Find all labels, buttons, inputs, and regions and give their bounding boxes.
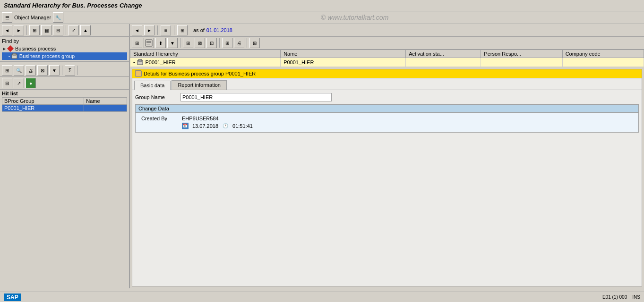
hier-cell-activation bbox=[406, 58, 481, 67]
expand-arrow-bpg: • bbox=[9, 54, 10, 59]
created-by-row: Created By EHP6USER584 bbox=[141, 116, 633, 121]
tabs-row: Basic data Report information bbox=[132, 78, 642, 90]
rt-list-btn[interactable]: ≡ bbox=[161, 25, 171, 35]
hit-list-table: BProc Group Name P0001_HIER bbox=[2, 97, 127, 112]
btn3[interactable]: ⊞ bbox=[29, 25, 40, 35]
hier-cell-name: P0001_HIER bbox=[281, 58, 406, 67]
btn4[interactable]: ▦ bbox=[41, 25, 52, 35]
settings-btn[interactable]: 🔧 bbox=[53, 12, 63, 23]
date-value: 13.07.2018 bbox=[192, 123, 218, 129]
sep3 bbox=[62, 66, 62, 75]
tree-item-bp[interactable]: ▶ Business process bbox=[2, 45, 127, 52]
lt2-btn1[interactable]: ⊞ bbox=[2, 65, 12, 76]
as-of-label: as of bbox=[193, 27, 205, 33]
rt2-btn4[interactable]: ▼ bbox=[167, 38, 178, 48]
rt2-btn9[interactable]: 🖨 bbox=[234, 38, 244, 48]
title-bar: Standard Hierarchy for Bus. Processes Ch… bbox=[0, 0, 644, 11]
hit-list-label: Hit list bbox=[2, 91, 127, 96]
time-value: 01:51:41 bbox=[232, 123, 253, 129]
bottom-left: SAP bbox=[4, 294, 21, 301]
details-header: Details for Business process group P0001… bbox=[132, 69, 642, 78]
lt3-btn1[interactable]: ⊟ bbox=[2, 78, 12, 88]
lt3-btn2[interactable]: ↗ bbox=[14, 78, 24, 88]
hier-cell-company bbox=[562, 58, 644, 67]
separator2 bbox=[66, 25, 66, 35]
left-toolbar2: ⊞ 🔍 🖨 ⊠ ▼ Σ bbox=[0, 64, 129, 77]
bullet-icon: • bbox=[133, 60, 135, 65]
rt2-sep1 bbox=[180, 38, 180, 48]
check-btn[interactable]: ✓ bbox=[69, 25, 79, 35]
rt-forward-btn[interactable]: ► bbox=[144, 25, 155, 35]
up-btn[interactable]: ▲ bbox=[80, 25, 91, 35]
tab-content-basic-data: Group Name Change Data Created By EHP6US… bbox=[132, 90, 642, 137]
svg-rect-7 bbox=[138, 59, 142, 61]
right-panel: ◄ ► ≡ ⊞ as of 01.01.2018 ⊞ ⬆ ▼ ⊞ bbox=[130, 24, 644, 288]
rt2-btn3[interactable]: ⬆ bbox=[155, 38, 166, 48]
hierarchy-table: Standard Hierarchy Name Activation sta..… bbox=[130, 50, 644, 67]
tab-basic-data-label: Basic data bbox=[140, 83, 164, 88]
left-panel: ◄ ► ⊞ ▦ ⊟ ✓ ▲ Find by ▶ Business process… bbox=[0, 24, 130, 288]
change-data-section: Change Data Created By EHP6USER584 📅 13.… bbox=[135, 104, 639, 133]
btn5[interactable]: ⊟ bbox=[53, 25, 63, 35]
col-company: Company code bbox=[562, 50, 644, 58]
back-btn[interactable]: ◄ bbox=[2, 25, 12, 35]
find-by-label: Find by bbox=[2, 38, 127, 44]
tree-item-bpg[interactable]: • Business process group bbox=[2, 52, 127, 60]
created-by-value: EHP6USER584 bbox=[182, 116, 219, 121]
tab-report-information-label: Report information bbox=[178, 82, 221, 88]
menu-icon-btn[interactable]: ☰ bbox=[2, 12, 12, 23]
hierarchy-row[interactable]: • P0001_HIER P0001_HIER bbox=[130, 58, 644, 67]
lt2-btn3[interactable]: 🖨 bbox=[26, 65, 36, 76]
tab-basic-data[interactable]: Basic data bbox=[134, 81, 171, 90]
svg-rect-1 bbox=[13, 53, 16, 55]
rt2-btn10[interactable]: ⊞ bbox=[249, 38, 260, 48]
sep4 bbox=[77, 66, 78, 75]
rt-back-btn[interactable]: ◄ bbox=[132, 25, 142, 35]
find-by-section: Find by ▶ Business process • Business pr… bbox=[0, 37, 129, 62]
rt2-btn8[interactable]: ⊞ bbox=[222, 38, 232, 48]
rt2-btn6[interactable]: ⊠ bbox=[195, 38, 205, 48]
group-name-input[interactable] bbox=[180, 93, 332, 101]
watermark-text: © www.tutorialkart.com bbox=[67, 14, 642, 21]
main-toolbar-row1: ☰ Object Manager 🔧 © www.tutorialkart.co… bbox=[0, 11, 644, 24]
rt-table-btn[interactable]: ⊞ bbox=[177, 25, 188, 35]
expand-arrow-bp: ▶ bbox=[3, 47, 6, 51]
row-icon-container: • P0001_HIER bbox=[133, 59, 176, 66]
session-info: E01 (1) 000 bbox=[602, 294, 627, 300]
lt2-btn5[interactable]: ▼ bbox=[49, 65, 60, 76]
lt2-btn4[interactable]: ⊠ bbox=[37, 65, 48, 76]
svg-rect-4 bbox=[146, 42, 151, 43]
rt2-btn5[interactable]: ⊞ bbox=[183, 38, 193, 48]
rt2-btn2[interactable] bbox=[144, 38, 154, 48]
hier-cell-std: • P0001_HIER bbox=[130, 58, 281, 67]
rt2-btn1[interactable]: ⊞ bbox=[132, 38, 142, 48]
change-data-header: Change Data bbox=[136, 105, 638, 113]
hier-cell-person bbox=[481, 58, 562, 67]
object-manager-label: Object Manager bbox=[14, 15, 51, 20]
hit-list-col-bproc: BProc Group bbox=[2, 98, 84, 105]
tab-report-information[interactable]: Report information bbox=[172, 80, 227, 90]
as-of-date: 01.01.2018 bbox=[206, 27, 232, 33]
tree-item-bpg-label: Business process group bbox=[19, 53, 75, 59]
lt2-btn2[interactable]: 🔍 bbox=[14, 65, 24, 76]
separator1 bbox=[26, 25, 27, 35]
rt-sep2 bbox=[174, 25, 174, 35]
forward-btn[interactable]: ► bbox=[14, 25, 24, 35]
created-by-label: Created By bbox=[141, 116, 179, 121]
window-title: Standard Hierarchy for Bus. Processes Ch… bbox=[4, 2, 142, 9]
col-std-hierarchy: Standard Hierarchy bbox=[130, 50, 281, 58]
hit-list-section: Hit list BProc Group Name P0001_HIER bbox=[0, 90, 129, 288]
lt2-btn6[interactable]: Σ bbox=[65, 65, 75, 76]
hit-list-row[interactable]: P0001_HIER bbox=[2, 105, 127, 112]
lt3-btn3[interactable]: ● bbox=[26, 78, 36, 88]
hit-list-cell-bproc: P0001_HIER bbox=[2, 105, 84, 112]
bpg-icon bbox=[11, 53, 18, 59]
hier-cell-std-value: P0001_HIER bbox=[146, 59, 176, 65]
bottom-bar: SAP E01 (1) 000 INS bbox=[0, 292, 644, 302]
right-toolbar-row1: ◄ ► ≡ ⊞ as of 01.01.2018 bbox=[130, 24, 644, 37]
svg-rect-3 bbox=[146, 41, 151, 42]
rt2-btn7[interactable]: ⊡ bbox=[206, 38, 217, 48]
change-data-body: Created By EHP6USER584 📅 13.07.2018 🕐 01… bbox=[136, 113, 638, 132]
hierarchy-node-icon bbox=[137, 59, 144, 66]
bp-diamond-icon bbox=[7, 45, 14, 52]
